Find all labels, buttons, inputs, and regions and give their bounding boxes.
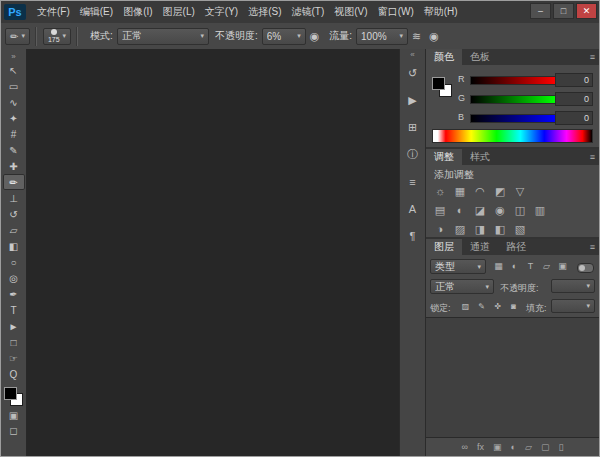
tab-paths[interactable]: 路径 — [498, 239, 534, 255]
lock-all-icon[interactable]: ◙ — [508, 301, 519, 312]
history-panel-icon[interactable]: ↺ — [402, 65, 424, 82]
filter-smart-objects-icon[interactable]: ▣ — [556, 260, 569, 273]
curves-icon[interactable]: ◠ — [472, 183, 488, 199]
info-panel-icon[interactable]: ⓘ — [402, 146, 424, 163]
tool-preset-picker[interactable]: ✏ ▾ — [5, 28, 30, 45]
crop-tool[interactable]: # — [3, 126, 25, 142]
red-slider[interactable] — [470, 76, 556, 85]
maximize-button[interactable]: □ — [553, 3, 574, 19]
color-balance-icon[interactable]: ◐ — [452, 202, 468, 218]
tab-layers[interactable]: 图层 — [426, 239, 462, 255]
gradient-tool[interactable]: ◧ — [3, 238, 25, 254]
green-value[interactable]: 0 — [555, 92, 593, 106]
hand-tool[interactable]: ☞ — [3, 350, 25, 366]
spot-healing-brush-tool[interactable]: ✚ — [3, 158, 25, 174]
navigator-panel-icon[interactable]: ⊞ — [402, 119, 424, 136]
tab-channels[interactable]: 通道 — [462, 239, 498, 255]
blue-value[interactable]: 0 — [555, 111, 593, 125]
lock-transparent-pixels-icon[interactable]: ▨ — [460, 301, 471, 312]
menu-type[interactable]: 文字(Y) — [200, 1, 243, 23]
gradient-map-icon[interactable]: ◧ — [492, 221, 508, 237]
levels-icon[interactable]: ▦ — [452, 183, 468, 199]
layer-filter-select[interactable]: 类型 ▾ — [430, 259, 486, 274]
channel-mixer-icon[interactable]: ◫ — [512, 202, 528, 218]
filter-adjustment-layers-icon[interactable]: ◐ — [508, 260, 521, 273]
vibrance-icon[interactable]: ▽ — [512, 183, 528, 199]
airbrush-icon[interactable]: ≋ — [412, 30, 421, 43]
panel-menu-icon[interactable]: ≡ — [590, 149, 595, 165]
delete-layer-icon[interactable]: ▯ — [558, 439, 563, 456]
filter-type-layers-icon[interactable]: T — [524, 260, 537, 273]
layer-list[interactable] — [426, 317, 599, 438]
lock-position-icon[interactable]: ✜ — [492, 301, 503, 312]
tab-color[interactable]: 颜色 — [426, 49, 462, 65]
brush-tool[interactable]: ✏ — [3, 174, 25, 190]
menu-select[interactable]: 选择(S) — [243, 1, 286, 23]
green-slider[interactable] — [470, 95, 556, 104]
invert-icon[interactable]: ◑ — [432, 221, 448, 237]
tab-swatches[interactable]: 色板 — [462, 49, 498, 65]
quick-selection-tool[interactable]: ✦ — [3, 110, 25, 126]
photo-filter-icon[interactable]: ◉ — [492, 202, 508, 218]
menu-layer[interactable]: 图层(L) — [158, 1, 200, 23]
add-layer-mask-icon[interactable]: ▣ — [493, 439, 502, 456]
history-brush-tool[interactable]: ↺ — [3, 206, 25, 222]
menu-edit[interactable]: 编辑(E) — [75, 1, 118, 23]
menu-help[interactable]: 帮助(H) — [419, 1, 463, 23]
layer-filter-toggle[interactable] — [577, 263, 594, 273]
tab-adjustments[interactable]: 调整 — [426, 149, 462, 165]
blend-mode-select[interactable]: 正常 ▾ — [117, 28, 209, 45]
canvas[interactable] — [27, 49, 399, 456]
brush-preset-picker[interactable]: 175 ▾ — [43, 28, 71, 45]
foreground-color-swatch[interactable] — [432, 77, 445, 90]
character-panel-icon[interactable]: A — [402, 200, 424, 217]
tab-styles[interactable]: 样式 — [462, 149, 498, 165]
new-adjustment-layer-icon[interactable]: ◐ — [511, 439, 516, 456]
menu-window[interactable]: 窗口(W) — [373, 1, 419, 23]
lasso-tool[interactable]: ∿ — [3, 94, 25, 110]
opacity-select[interactable]: 6% ▾ — [262, 28, 306, 45]
layer-fill-select[interactable]: ▾ — [551, 299, 595, 313]
new-group-icon[interactable]: ▱ — [525, 439, 532, 456]
color-lookup-icon[interactable]: ▥ — [532, 202, 548, 218]
posterize-icon[interactable]: ▨ — [452, 221, 468, 237]
filter-pixel-layers-icon[interactable]: ▦ — [492, 260, 505, 273]
red-value[interactable]: 0 — [555, 73, 593, 87]
foreground-background-swatches[interactable] — [4, 387, 23, 406]
toolbar-collapse-icon[interactable]: » — [11, 51, 15, 62]
hue-saturation-icon[interactable]: ▤ — [432, 202, 448, 218]
panel-color-swatches[interactable] — [432, 77, 452, 97]
eyedropper-tool[interactable]: ✎ — [3, 142, 25, 158]
dock-collapse-icon[interactable]: « — [400, 49, 425, 61]
minimize-button[interactable]: – — [530, 3, 551, 19]
rectangle-tool[interactable]: □ — [3, 334, 25, 350]
clone-stamp-tool[interactable]: ⊥ — [3, 190, 25, 206]
panel-menu-icon[interactable]: ≡ — [590, 239, 595, 255]
blue-slider[interactable] — [470, 114, 556, 123]
menu-image[interactable]: 图像(I) — [118, 1, 157, 23]
exposure-icon[interactable]: ◩ — [492, 183, 508, 199]
threshold-icon[interactable]: ◨ — [472, 221, 488, 237]
screen-mode-button[interactable]: ◻ — [3, 423, 25, 438]
zoom-tool[interactable]: Q — [3, 366, 25, 382]
layer-opacity-select[interactable]: ▾ — [551, 279, 595, 293]
new-layer-icon[interactable]: ▢ — [541, 439, 550, 456]
link-layers-icon[interactable]: ∞ — [462, 439, 468, 456]
blur-tool[interactable]: ○ — [3, 254, 25, 270]
eraser-tool[interactable]: ▱ — [3, 222, 25, 238]
quick-mask-button[interactable]: ▣ — [3, 408, 25, 423]
actions-panel-icon[interactable]: ▶ — [402, 92, 424, 109]
path-selection-tool[interactable]: ► — [3, 318, 25, 334]
dodge-tool[interactable]: ◎ — [3, 270, 25, 286]
flow-select[interactable]: 100% ▾ — [356, 28, 408, 45]
foreground-color-swatch[interactable] — [4, 387, 17, 400]
menu-file[interactable]: 文件(F) — [32, 1, 75, 23]
color-spectrum-bar[interactable] — [432, 129, 593, 143]
type-tool[interactable]: T — [3, 302, 25, 318]
close-button[interactable]: ✕ — [576, 3, 597, 19]
rectangular-marquee-tool[interactable]: ▭ — [3, 78, 25, 94]
menu-filter[interactable]: 滤镜(T) — [287, 1, 330, 23]
paragraph-panel-icon[interactable]: ¶ — [402, 227, 424, 244]
properties-panel-icon[interactable]: ≡ — [402, 173, 424, 190]
filter-shape-layers-icon[interactable]: ▱ — [540, 260, 553, 273]
